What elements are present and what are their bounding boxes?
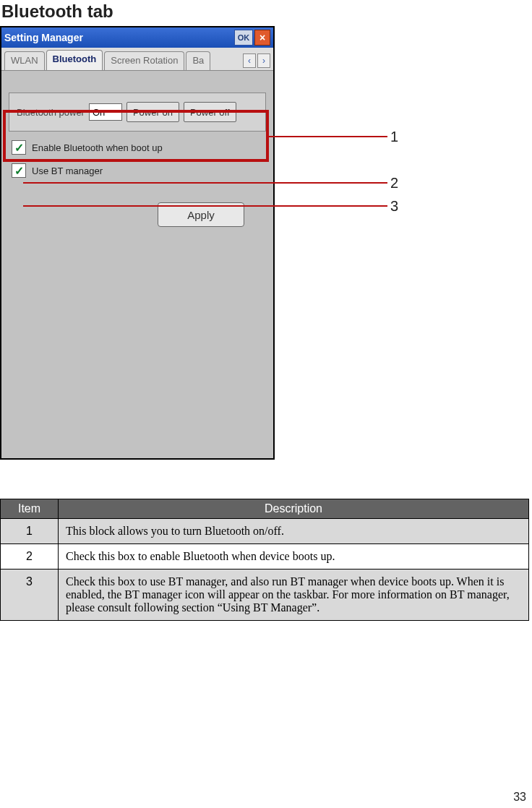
check-icon: ✓ (14, 164, 24, 178)
use-bt-manager-row: ✓ Use BT manager (9, 163, 266, 178)
bluetooth-power-label: Bluetooth power (17, 107, 85, 118)
tab-bluetooth[interactable]: Bluetooth (46, 50, 103, 70)
row-num: 2 (1, 544, 59, 570)
use-bt-manager-checkbox[interactable]: ✓ (12, 163, 26, 178)
enable-on-boot-label: Enable Bluetooth when boot up (32, 142, 163, 153)
window-titlebar: Setting Manager OK × (1, 27, 273, 48)
enable-on-boot-checkbox[interactable]: ✓ (12, 140, 26, 155)
callout-1-label: 1 (390, 129, 398, 145)
tab-more[interactable]: Ba (186, 51, 210, 70)
close-button[interactable]: × (254, 30, 270, 46)
table-row: 2 Check this box to enable Bluetooth whe… (1, 544, 529, 570)
tab-scroll-right[interactable]: › (257, 53, 270, 68)
row-num: 3 (1, 570, 59, 621)
ok-button[interactable]: OK (234, 30, 253, 46)
page-heading: Bluetooth tab (1, 1, 532, 22)
enable-on-boot-row: ✓ Enable Bluetooth when boot up (9, 140, 266, 155)
col-item: Item (1, 499, 59, 519)
col-description: Description (59, 499, 529, 519)
use-bt-manager-label: Use BT manager (32, 166, 103, 176)
bluetooth-power-value[interactable]: On (89, 103, 122, 121)
chevron-right-icon: › (262, 56, 265, 66)
setting-manager-window: Setting Manager OK × WLAN Bluetooth Scre… (0, 26, 275, 460)
tab-scroll-left[interactable]: ‹ (243, 53, 256, 68)
tab-wlan[interactable]: WLAN (4, 51, 45, 70)
callout-1-line (269, 136, 387, 137)
tab-bar: WLAN Bluetooth Screen Rotation Ba ‹ › (1, 48, 273, 71)
power-on-button[interactable]: Power on (126, 102, 179, 122)
close-icon: × (259, 32, 265, 43)
annotated-screenshot: Setting Manager OK × WLAN Bluetooth Scre… (0, 26, 405, 460)
row-num: 1 (1, 519, 59, 544)
apply-button[interactable]: Apply (158, 202, 244, 227)
callout-3-label: 3 (390, 198, 398, 215)
callout-2-label: 2 (390, 175, 398, 192)
row-desc: This block allows you to turn Bluetooth … (59, 519, 529, 544)
window-title: Setting Manager (4, 32, 83, 43)
page-number: 33 (513, 791, 526, 804)
row-desc: Check this box to enable Bluetooth when … (59, 544, 529, 570)
bluetooth-power-group: Bluetooth power On Power on Power off (9, 93, 266, 132)
table-row: 1 This block allows you to turn Bluetoot… (1, 519, 529, 544)
power-off-button[interactable]: Power off (184, 102, 236, 122)
tab-screen-rotation[interactable]: Screen Rotation (104, 51, 184, 70)
check-icon: ✓ (14, 141, 24, 155)
bluetooth-tab-content: Bluetooth power On Power on Power off ✓ … (1, 71, 273, 458)
row-desc: Check this box to use BT manager, and al… (59, 570, 529, 621)
description-table: Item Description 1 This block allows you… (0, 499, 529, 621)
chevron-left-icon: ‹ (248, 56, 251, 66)
table-row: 3 Check this box to use BT manager, and … (1, 570, 529, 621)
